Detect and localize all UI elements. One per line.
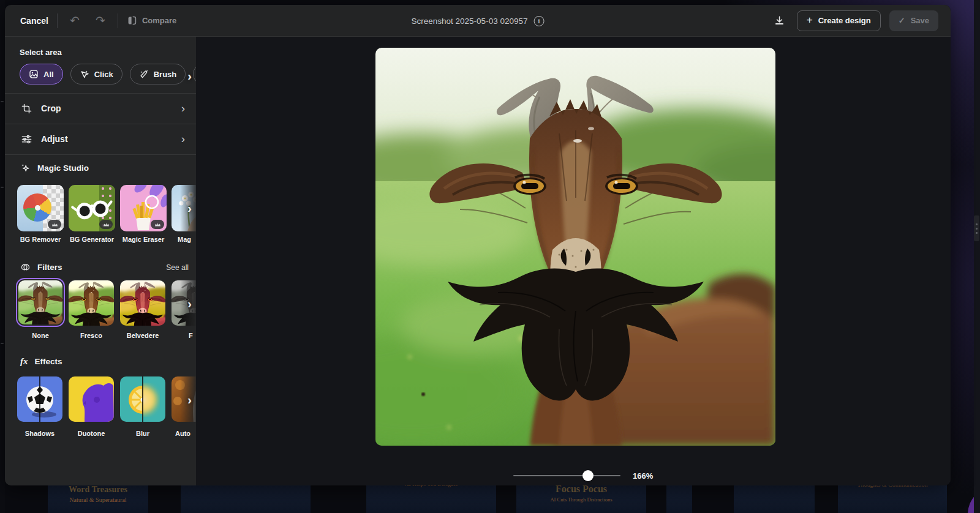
click-cursor-icon xyxy=(80,69,89,79)
home-card-subtitle: AI Cuts Through Distractions xyxy=(516,496,646,503)
effect-duotone-thumb[interactable] xyxy=(69,376,114,422)
effect-label[interactable]: Auto xyxy=(175,430,196,437)
crop-label: Crop xyxy=(41,103,61,113)
download-button[interactable] xyxy=(771,12,788,29)
effect-shadows-thumb[interactable] xyxy=(17,376,62,422)
duotone-profile-art xyxy=(69,376,114,422)
adjust-sliders-icon xyxy=(21,133,32,145)
magic-studio-item-label[interactable]: Mag xyxy=(178,236,196,243)
magic-studio-item-label[interactable]: BG Generator xyxy=(60,236,124,243)
filter-fresco-thumb[interactable] xyxy=(69,280,114,326)
effect-label[interactable]: Blur xyxy=(120,430,165,437)
filter-none-thumb[interactable] xyxy=(18,280,62,324)
select-area-click-button[interactable]: Click xyxy=(70,64,123,84)
panel-drag-handle[interactable] xyxy=(974,215,979,241)
cancel-button[interactable]: Cancel xyxy=(20,16,48,26)
effect-label[interactable]: Shadows xyxy=(17,430,62,437)
premium-crown-badge xyxy=(151,220,164,229)
option-label: Brush xyxy=(154,70,177,79)
redo-icon[interactable]: ↷ xyxy=(92,12,109,29)
home-card-title: Word Treasures xyxy=(48,485,148,495)
magic-eraser-thumb[interactable] xyxy=(120,185,167,231)
select-area-all-button[interactable]: All xyxy=(20,64,63,84)
info-icon[interactable]: i xyxy=(533,16,544,26)
undo-icon[interactable]: ↶ xyxy=(66,12,83,29)
filters-header: Filters See all xyxy=(5,262,196,272)
select-area-brush-button[interactable]: Brush xyxy=(130,64,186,84)
select-area-title: Select area xyxy=(5,48,196,57)
effects-title: Effects xyxy=(35,357,62,366)
zoom-slider-thumb[interactable] xyxy=(582,470,594,481)
effect-blur-thumb[interactable] xyxy=(120,376,165,422)
canva-photo-editor: Word Treasures Natural & Superataural AI… xyxy=(0,0,980,513)
brush-icon xyxy=(139,69,149,79)
sparkles-icon xyxy=(20,163,31,173)
home-card-subtitle: Natural & Superataural xyxy=(48,496,148,503)
page-left-edge xyxy=(0,0,5,513)
tools-sidebar: Select area All xyxy=(5,37,196,485)
magic-studio-item-label[interactable]: Magic Eraser xyxy=(115,236,172,243)
crop-row[interactable]: Crop › xyxy=(5,93,196,124)
option-label: All xyxy=(43,70,54,79)
download-icon xyxy=(774,15,785,26)
create-design-label: Create design xyxy=(818,16,871,25)
image-icon xyxy=(29,69,39,79)
magic-studio-scroll-chevron-icon[interactable]: › xyxy=(187,201,192,215)
filter-label[interactable]: F xyxy=(189,332,196,339)
filter-label[interactable]: None xyxy=(18,332,62,339)
filter-belvedere-thumb[interactable] xyxy=(120,280,165,326)
photo-goat[interactable] xyxy=(375,48,775,446)
filters-scroll-chevron-icon[interactable]: › xyxy=(187,296,192,311)
fx-icon: fx xyxy=(20,356,28,367)
select-area-scroll-chevron-icon[interactable]: › xyxy=(187,69,192,83)
option-label: Click xyxy=(94,70,113,79)
crop-icon xyxy=(21,103,32,114)
premium-crown-badge xyxy=(99,220,113,229)
crown-icon xyxy=(103,222,110,227)
compare-button[interactable]: Compare xyxy=(127,15,176,26)
filters-icon xyxy=(20,262,31,272)
zoom-slider[interactable] xyxy=(513,470,620,481)
editor-topbar: Cancel ↶ ↷ Compare Screenshot 2025-05-03… xyxy=(5,5,951,37)
chevron-right-icon: › xyxy=(181,102,185,115)
filter-label[interactable]: Belvedere xyxy=(120,332,165,339)
document-title: Screenshot 2025-05-03 020957 xyxy=(412,17,528,26)
chevron-right-icon: › xyxy=(181,132,185,146)
plus-icon: + xyxy=(807,14,813,26)
compare-icon xyxy=(127,15,137,26)
magic-studio-title: Magic Studio xyxy=(37,163,89,173)
editor-canvas: 166% xyxy=(196,37,951,485)
filters-title: Filters xyxy=(37,263,62,272)
filter-label[interactable]: Fresco xyxy=(69,332,114,339)
filters-see-all-link[interactable]: See all xyxy=(166,263,189,272)
save-button[interactable]: ✓ Save xyxy=(889,10,938,31)
effects-header: fx Effects xyxy=(5,356,196,367)
compare-label: Compare xyxy=(142,16,176,25)
premium-crown-badge xyxy=(48,220,61,229)
divider xyxy=(57,13,58,28)
zoom-level-value: 166% xyxy=(633,471,653,481)
adjust-row[interactable]: Adjust › xyxy=(5,124,196,154)
bg-remover-thumb[interactable] xyxy=(17,185,64,231)
adjust-label: Adjust xyxy=(41,134,68,144)
save-label: Save xyxy=(911,16,929,25)
divider xyxy=(118,13,118,28)
bg-generator-thumb[interactable] xyxy=(69,185,115,231)
photo-editor-modal: Cancel ↶ ↷ Compare Screenshot 2025-05-03… xyxy=(5,5,951,485)
create-design-button[interactable]: + Create design xyxy=(797,10,881,31)
select-area-options: All Click xyxy=(5,64,196,84)
magic-studio-header: Magic Studio xyxy=(5,163,196,173)
effects-scroll-chevron-icon[interactable]: › xyxy=(187,392,192,407)
page-right-edge xyxy=(974,0,980,513)
document-title-group: Screenshot 2025-05-03 020957 i xyxy=(412,5,545,37)
zoom-control: 166% xyxy=(513,470,653,481)
crown-icon xyxy=(154,222,161,227)
crown-icon xyxy=(51,222,58,227)
check-icon: ✓ xyxy=(899,16,905,25)
effect-label[interactable]: Duotone xyxy=(69,430,114,437)
